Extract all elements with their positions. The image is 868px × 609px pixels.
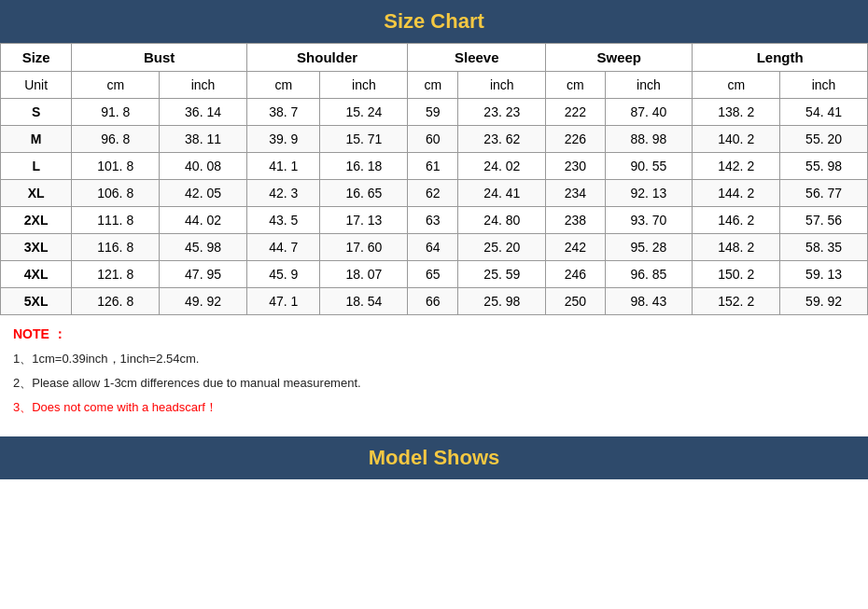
cell-sleeve-cm: 59 <box>408 99 458 126</box>
col-length: Length <box>693 44 868 72</box>
cell-length-cm: 152. 2 <box>693 288 780 315</box>
cell-sleeve-inch: 24. 41 <box>458 180 546 207</box>
cell-shoulder-cm: 38. 7 <box>246 99 320 126</box>
cell-sleeve-inch: 23. 62 <box>458 126 546 153</box>
cell-bust-cm: 106. 8 <box>72 180 160 207</box>
unit-shoulder-cm: cm <box>246 72 320 99</box>
cell-shoulder-cm: 45. 9 <box>246 261 320 288</box>
cell-bust-cm: 96. 8 <box>72 126 160 153</box>
unit-sweep-cm: cm <box>546 72 605 99</box>
cell-length-cm: 138. 2 <box>693 99 780 126</box>
cell-bust-inch: 36. 14 <box>160 99 247 126</box>
cell-sleeve-inch: 25. 98 <box>458 288 546 315</box>
cell-sleeve-inch: 23. 23 <box>458 99 546 126</box>
cell-length-inch: 56. 77 <box>780 180 868 207</box>
note-label: NOTE ： <box>13 326 855 343</box>
cell-length-inch: 57. 56 <box>780 207 868 234</box>
note-item-2: 2、Please allow 1-3cm differences due to … <box>13 375 855 392</box>
table-row: 5XL126. 849. 9247. 118. 546625. 9825098.… <box>1 288 868 315</box>
unit-sweep-inch: inch <box>605 72 693 99</box>
table-row: L101. 840. 0841. 116. 186124. 0223090. 5… <box>1 153 868 180</box>
unit-length-cm: cm <box>693 72 780 99</box>
cell-sleeve-cm: 62 <box>408 180 458 207</box>
cell-size: 3XL <box>1 234 72 261</box>
cell-sweep-inch: 88. 98 <box>605 126 693 153</box>
cell-shoulder-cm: 39. 9 <box>246 126 320 153</box>
cell-length-inch: 58. 35 <box>780 234 868 261</box>
cell-shoulder-cm: 47. 1 <box>246 288 320 315</box>
unit-bust-inch: inch <box>160 72 247 99</box>
table-row: M96. 838. 1139. 915. 716023. 6222688. 98… <box>1 126 868 153</box>
cell-length-inch: 59. 92 <box>780 288 868 315</box>
col-shoulder: Shoulder <box>246 44 407 72</box>
cell-sleeve-inch: 25. 59 <box>458 261 546 288</box>
note-item-1: 1、1cm=0.39inch，1inch=2.54cm. <box>13 351 855 367</box>
cell-sweep-inch: 96. 85 <box>605 261 693 288</box>
cell-sweep-inch: 92. 13 <box>605 180 693 207</box>
cell-size: S <box>1 99 72 126</box>
table-row: S91. 836. 1438. 715. 245923. 2322287. 40… <box>1 99 868 126</box>
cell-sweep-cm: 238 <box>546 207 605 234</box>
cell-sweep-cm: 242 <box>546 234 605 261</box>
cell-shoulder-inch: 16. 18 <box>320 153 408 180</box>
col-sleeve: Sleeve <box>408 44 546 72</box>
cell-sleeve-cm: 66 <box>408 288 458 315</box>
size-chart-title: Size Chart <box>0 0 868 43</box>
cell-sweep-inch: 98. 43 <box>605 288 693 315</box>
cell-shoulder-cm: 41. 1 <box>246 153 320 180</box>
notes-section: NOTE ： 1、1cm=0.39inch，1inch=2.54cm. 2、Pl… <box>0 315 868 433</box>
cell-shoulder-cm: 43. 5 <box>246 207 320 234</box>
cell-length-cm: 144. 2 <box>693 180 780 207</box>
cell-sleeve-inch: 24. 02 <box>458 153 546 180</box>
cell-shoulder-inch: 18. 54 <box>320 288 408 315</box>
cell-sleeve-inch: 25. 20 <box>458 234 546 261</box>
cell-size: 5XL <box>1 288 72 315</box>
cell-size: 4XL <box>1 261 72 288</box>
cell-bust-cm: 91. 8 <box>72 99 160 126</box>
cell-sweep-inch: 93. 70 <box>605 207 693 234</box>
unit-length-inch: inch <box>780 72 868 99</box>
table-row: 3XL116. 845. 9844. 717. 606425. 2024295.… <box>1 234 868 261</box>
note-item-3: 3、Does not come with a headscarf！ <box>13 399 855 416</box>
cell-sweep-cm: 234 <box>546 180 605 207</box>
cell-sweep-cm: 246 <box>546 261 605 288</box>
cell-sleeve-cm: 60 <box>408 126 458 153</box>
cell-length-inch: 59. 13 <box>780 261 868 288</box>
cell-bust-cm: 111. 8 <box>72 207 160 234</box>
cell-sleeve-cm: 65 <box>408 261 458 288</box>
cell-bust-inch: 38. 11 <box>160 126 247 153</box>
table-header-row: Size Bust Shoulder Sleeve Sweep Length <box>1 44 868 72</box>
cell-shoulder-inch: 16. 65 <box>320 180 408 207</box>
col-bust: Bust <box>72 44 247 72</box>
cell-length-cm: 150. 2 <box>693 261 780 288</box>
cell-sweep-cm: 226 <box>546 126 605 153</box>
table-row: 4XL121. 847. 9545. 918. 076525. 5924696.… <box>1 261 868 288</box>
cell-sweep-cm: 250 <box>546 288 605 315</box>
unit-bust-cm: cm <box>72 72 160 99</box>
cell-bust-inch: 49. 92 <box>160 288 247 315</box>
cell-length-inch: 55. 98 <box>780 153 868 180</box>
cell-sleeve-cm: 64 <box>408 234 458 261</box>
cell-size: XL <box>1 180 72 207</box>
cell-size: M <box>1 126 72 153</box>
cell-length-inch: 55. 20 <box>780 126 868 153</box>
cell-shoulder-inch: 17. 60 <box>320 234 408 261</box>
cell-shoulder-inch: 17. 13 <box>320 207 408 234</box>
cell-length-cm: 148. 2 <box>693 234 780 261</box>
cell-size: L <box>1 153 72 180</box>
cell-sweep-inch: 95. 28 <box>605 234 693 261</box>
col-sweep: Sweep <box>546 44 693 72</box>
cell-shoulder-inch: 15. 24 <box>320 99 408 126</box>
cell-bust-inch: 47. 95 <box>160 261 247 288</box>
cell-size: 2XL <box>1 207 72 234</box>
table-row: 2XL111. 844. 0243. 517. 136324. 8023893.… <box>1 207 868 234</box>
unit-shoulder-inch: inch <box>320 72 408 99</box>
cell-bust-inch: 44. 02 <box>160 207 247 234</box>
cell-sweep-inch: 87. 40 <box>605 99 693 126</box>
cell-sweep-cm: 222 <box>546 99 605 126</box>
cell-sleeve-cm: 61 <box>408 153 458 180</box>
cell-length-cm: 140. 2 <box>693 126 780 153</box>
cell-length-cm: 142. 2 <box>693 153 780 180</box>
cell-shoulder-inch: 15. 71 <box>320 126 408 153</box>
size-chart-table: Size Bust Shoulder Sleeve Sweep Length U… <box>0 43 868 315</box>
